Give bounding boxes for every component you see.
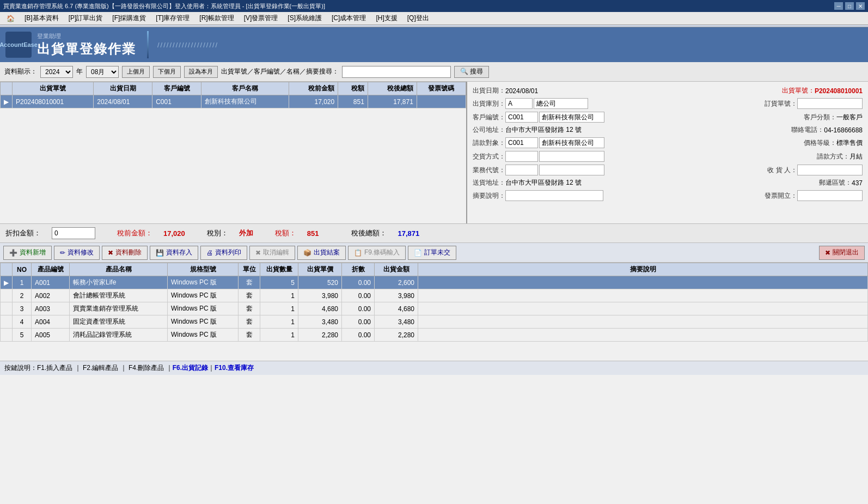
edit-label: 資料修改 xyxy=(68,248,94,257)
pt-row-unit: 套 xyxy=(239,329,260,342)
delete-btn[interactable]: ✖ 資料刪除 xyxy=(102,246,148,260)
product-row[interactable]: ▶ 1 A001 帳務小管家Life Windows PC 版 套 5 520 … xyxy=(1,276,868,289)
menu-order-out[interactable]: [P]訂單出貨 xyxy=(64,13,107,24)
print-btn[interactable]: 🖨 資料列印 xyxy=(200,246,247,260)
month-select[interactable]: 08月 xyxy=(86,66,119,78)
pt-row-price: 2,280 xyxy=(298,329,342,342)
product-row[interactable]: 3 A003 買賣業進銷存管理系統 Windows PC 版 套 1 4,680… xyxy=(1,302,868,315)
undelivered-btn[interactable]: 📄 訂單未交 xyxy=(408,246,456,260)
pt-row-no: 2 xyxy=(13,289,32,302)
bill-to-name-input[interactable] xyxy=(539,137,604,148)
order-no-input[interactable] xyxy=(797,98,863,109)
remarks-input[interactable] xyxy=(505,190,603,201)
pt-col-no: NO xyxy=(13,263,32,276)
year-select[interactable]: 2024 xyxy=(40,66,73,78)
app-name: 登業助理 xyxy=(37,32,136,40)
cust-code-label: 客戶編號： xyxy=(473,113,505,122)
pre-tax-label: 稅前金額： xyxy=(117,228,152,238)
warehouse-code-input[interactable] xyxy=(505,98,533,109)
minimize-button[interactable]: ─ xyxy=(834,2,843,10)
price-level-label: 價格等級： xyxy=(804,138,836,148)
menu-bar: 🏠 [B]基本資料 [P]訂單出貨 [F]採購進貨 [T]庫存管理 [R]帳款管… xyxy=(0,12,868,25)
col-invoice: 發票號碼 xyxy=(417,82,466,95)
pt-col-remark: 摘要說明 xyxy=(418,263,868,276)
list-row[interactable]: ▶ P202408010001 2024/08/01 C001 創新科技有限公司… xyxy=(1,95,466,108)
undelivered-icon: 📄 xyxy=(414,249,422,257)
product-row[interactable]: 2 A002 會計總帳管理系統 Windows PC 版 套 1 3,980 0… xyxy=(1,289,868,302)
pt-row-remark xyxy=(418,276,868,289)
pt-row-arrow: ▶ xyxy=(1,276,13,289)
status-highlight-1: F6.出貨記錄 xyxy=(173,363,208,373)
row-total: 17,871 xyxy=(368,95,417,108)
action-bar: ➕ 資料新增 ✏ 資料修改 ✖ 資料刪除 💾 資料存入 🖨 資料列印 ✖ 取消編… xyxy=(0,243,868,263)
pt-row-discount: 0.00 xyxy=(342,276,375,289)
pt-row-unit: 套 xyxy=(239,302,260,315)
menu-cost[interactable]: [C]成本管理 xyxy=(327,13,370,24)
sales-name-input[interactable] xyxy=(539,165,604,175)
search-label: 出貨單號／客戶編號／名稱／摘要搜尋： xyxy=(221,67,339,76)
close-button[interactable]: ✕ xyxy=(856,2,865,10)
warehouse-name-input[interactable] xyxy=(534,98,588,109)
cancel-btn[interactable]: ✖ 取消編輯 xyxy=(249,246,295,260)
delivery-name-input[interactable] xyxy=(539,151,604,162)
title-bar-text: 買賣業進銷存管理系統 6.7 (專業進階版)【一路發股份有限公司】登入使用者：系… xyxy=(3,2,325,10)
pt-row-amount: 3,480 xyxy=(375,315,418,329)
pt-row-name: 消耗品記錄管理系統 xyxy=(70,329,168,342)
menu-support[interactable]: [H]支援 xyxy=(371,13,401,24)
address-label: 公司地址： xyxy=(473,125,505,135)
detail-row-2: 出貨庫別： 訂貨單號： xyxy=(473,98,863,109)
save-btn[interactable]: 💾 資料存入 xyxy=(150,246,198,260)
invoice-input[interactable] xyxy=(797,190,863,201)
next-month-btn[interactable]: 下個月 xyxy=(153,66,181,78)
row-tax: 851 xyxy=(338,95,368,108)
pt-row-no: 3 xyxy=(13,302,32,315)
menu-logout[interactable]: [Q]登出 xyxy=(403,13,433,24)
pt-row-amount: 3,980 xyxy=(375,289,418,302)
search-button[interactable]: 🔍 搜尋 xyxy=(454,66,489,78)
col-ship-date: 出貨日期 xyxy=(94,82,152,95)
edit-btn[interactable]: ✏ 資料修改 xyxy=(54,246,100,260)
detail-row-4: 公司地址： 台中市大甲區發財路 12 號 聯絡電話： 04-16866688 xyxy=(473,125,863,135)
sales-code-input[interactable] xyxy=(505,165,538,175)
row-pre-tax: 17,020 xyxy=(289,95,338,108)
add-btn[interactable]: ➕ 資料新增 xyxy=(3,246,52,260)
cust-code-input[interactable] xyxy=(505,112,538,123)
product-row[interactable]: 4 A004 固定資產管理系統 Windows PC 版 套 1 3,480 0… xyxy=(1,315,868,329)
cust-name-input[interactable] xyxy=(539,112,604,123)
pt-col-arrow xyxy=(1,263,13,276)
close-btn[interactable]: ✖ 關閉退出 xyxy=(819,246,865,260)
pt-row-name: 固定資產管理系統 xyxy=(70,315,168,329)
add-icon: ➕ xyxy=(9,249,17,257)
pt-row-no: 5 xyxy=(13,329,32,342)
menu-invoice[interactable]: [V]發票管理 xyxy=(240,13,283,24)
pt-row-discount: 0.00 xyxy=(342,302,375,315)
ship-close-btn[interactable]: 📦 出貨結案 xyxy=(297,246,346,260)
menu-basic-data[interactable]: [B]基本資料 xyxy=(20,13,63,24)
delivery-code-input[interactable] xyxy=(505,151,538,162)
pt-col-spec: 規格型號 xyxy=(168,263,239,276)
barcode-btn[interactable]: 📋 F9.條碼輸入 xyxy=(348,246,406,260)
invoice-label: 發票開立： xyxy=(765,191,797,201)
pt-row-code: A001 xyxy=(32,276,70,289)
product-row[interactable]: 5 A005 消耗品記錄管理系統 Windows PC 版 套 1 2,280 … xyxy=(1,329,868,342)
menu-inventory[interactable]: [T]庫存管理 xyxy=(151,13,194,24)
edit-icon: ✏ xyxy=(60,249,65,257)
this-month-btn[interactable]: 設為本月 xyxy=(184,66,218,78)
product-table-container: NO 產品編號 產品名稱 規格型號 單位 出貨數量 出貨單價 折數 出貨金額 摘… xyxy=(0,263,868,361)
prev-month-btn[interactable]: 上個月 xyxy=(122,66,150,78)
remarks-label: 摘要說明： xyxy=(473,191,505,201)
search-input[interactable] xyxy=(342,66,451,78)
menu-system[interactable]: [S]系統維護 xyxy=(283,13,326,24)
discount-input[interactable] xyxy=(52,227,95,239)
menu-accounts[interactable]: [R]帳款管理 xyxy=(195,13,238,24)
bill-to-code-input[interactable] xyxy=(505,137,538,148)
menu-purchase[interactable]: [F]採購進貨 xyxy=(108,13,150,24)
add-label: 資料新增 xyxy=(20,248,46,257)
receiver-input[interactable] xyxy=(797,165,863,175)
menu-icon[interactable]: 🏠 xyxy=(2,14,19,23)
restore-button[interactable]: □ xyxy=(845,2,854,10)
pt-row-price: 4,680 xyxy=(298,302,342,315)
list-panel: 出貨單號 出貨日期 客戶編號 客戶名稱 稅前金額 稅額 稅後總額 發票號碼 ▶ … xyxy=(0,82,467,223)
delivery-addr-val: 台中市大甲區發財路 12 號 xyxy=(505,178,582,187)
order-no-label: 訂貨單號： xyxy=(765,99,797,108)
